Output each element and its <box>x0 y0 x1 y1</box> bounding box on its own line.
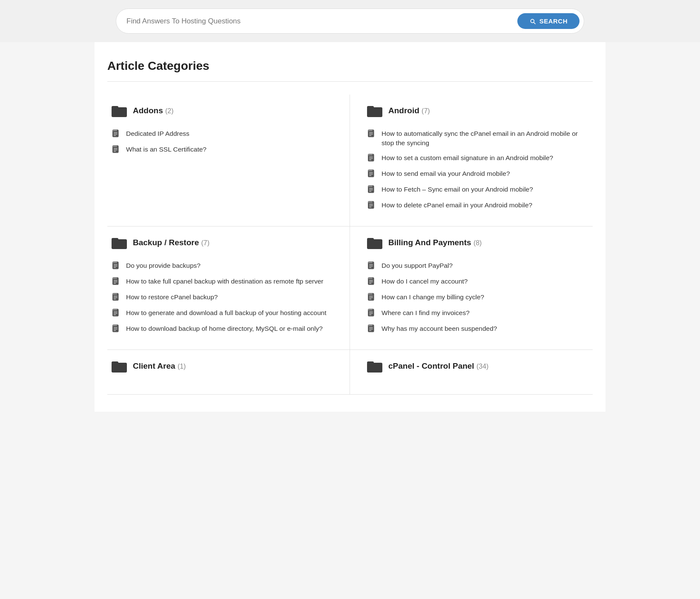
svg-rect-62 <box>113 325 117 326</box>
svg-rect-42 <box>113 262 117 263</box>
article-icon <box>367 201 376 210</box>
category-android: Android (7) How to automatically sync th… <box>350 95 593 226</box>
folder-icon <box>112 358 127 374</box>
list-item: How to send email via your Android mobil… <box>367 166 584 182</box>
article-link[interactable]: How to Fetch – Sync email on your Androi… <box>382 185 533 194</box>
list-item: Dedicated IP Address <box>112 126 333 142</box>
svg-rect-57 <box>113 309 117 310</box>
category-count-billing: (8) <box>473 239 482 246</box>
list-item: How to Fetch – Sync email on your Androi… <box>367 182 584 198</box>
svg-rect-0 <box>112 107 127 117</box>
folder-icon <box>112 235 127 250</box>
category-title-client-area: Client Area (1) <box>133 361 186 371</box>
svg-rect-66 <box>367 239 382 249</box>
svg-rect-15 <box>368 130 373 131</box>
page-title: Article Categories <box>107 59 593 73</box>
svg-rect-95 <box>367 363 382 373</box>
category-title-android: Android (7) <box>388 106 430 115</box>
article-icon <box>112 293 121 302</box>
svg-rect-94 <box>112 361 118 364</box>
category-title-cpanel: cPanel - Control Panel (34) <box>388 361 488 371</box>
section-divider <box>107 81 593 82</box>
svg-rect-40 <box>112 238 118 241</box>
article-icon <box>367 293 376 302</box>
article-link[interactable]: Where can I find my invoices? <box>382 308 470 318</box>
category-title-addons: Addons (2) <box>133 106 174 115</box>
list-item: Why has my account been suspended? <box>367 321 584 337</box>
svg-rect-1 <box>112 106 118 109</box>
folder-icon <box>367 358 382 374</box>
folder-icon <box>367 103 382 118</box>
list-item: Do you provide backups? <box>112 258 333 274</box>
list-item: How to take full cpanel backup with dest… <box>112 274 333 289</box>
svg-rect-93 <box>112 363 127 373</box>
svg-rect-12 <box>367 107 382 117</box>
svg-rect-74 <box>368 278 373 279</box>
article-link[interactable]: How to delete cPanel email in your Andro… <box>382 201 532 210</box>
svg-rect-25 <box>368 170 373 171</box>
article-link[interactable]: What is an SSL Certificate? <box>126 145 207 154</box>
list-item: How to download backup of home directory… <box>112 321 333 337</box>
svg-rect-52 <box>113 293 117 295</box>
article-link[interactable]: Why has my account been suspended? <box>382 324 497 333</box>
article-icon <box>367 324 376 334</box>
list-item: Where can I find my invoices? <box>367 305 584 321</box>
list-item: Do you support PayPal? <box>367 258 584 274</box>
search-button[interactable]: SEARCH <box>517 13 580 29</box>
main-content: Article Categories Addons (2) <box>95 42 605 412</box>
folder-icon <box>112 103 127 118</box>
article-link[interactable]: How do I cancel my account? <box>382 277 468 286</box>
article-icon <box>367 129 376 139</box>
category-count-addons: (2) <box>165 107 174 115</box>
article-list-backup: Do you provide backups? How to take full… <box>112 258 333 337</box>
svg-rect-13 <box>367 106 374 109</box>
article-icon <box>112 277 121 287</box>
list-item: How do I cancel my account? <box>367 274 584 289</box>
article-link[interactable]: Do you provide backups? <box>126 261 201 270</box>
category-header-android: Android (7) <box>367 103 584 118</box>
category-count-backup: (7) <box>201 239 210 246</box>
article-icon <box>367 169 376 179</box>
article-icon <box>367 261 376 271</box>
article-link[interactable]: How to restore cPanel backup? <box>126 292 218 302</box>
search-input[interactable] <box>126 17 517 26</box>
article-list-addons: Dedicated IP Address What is an SSL Cert… <box>112 126 333 158</box>
article-link[interactable]: How to set a custom email signature in a… <box>382 153 553 163</box>
article-link[interactable]: Do you support PayPal? <box>382 261 453 270</box>
article-link[interactable]: How to download backup of home directory… <box>126 324 323 333</box>
svg-rect-89 <box>368 325 373 326</box>
article-icon <box>367 154 376 163</box>
list-item: How to automatically sync the cPanel ema… <box>367 126 584 150</box>
category-client-area: Client Area (1) <box>107 350 350 395</box>
article-link[interactable]: Dedicated IP Address <box>126 129 189 138</box>
categories-grid: Addons (2) Dedicated IP Address <box>107 95 593 395</box>
folder-icon <box>367 235 382 250</box>
category-header-backup: Backup / Restore (7) <box>112 235 333 250</box>
svg-rect-84 <box>368 309 373 310</box>
article-link[interactable]: How to take full cpanel backup with dest… <box>126 277 324 286</box>
svg-rect-67 <box>367 238 374 241</box>
svg-rect-8 <box>113 146 117 147</box>
category-header-billing: Billing And Payments (8) <box>367 235 584 250</box>
list-item: How can I change my billing cycle? <box>367 289 584 305</box>
list-item: How to generate and download a full back… <box>112 305 333 321</box>
svg-rect-39 <box>112 239 127 249</box>
article-icon <box>367 277 376 287</box>
article-icon <box>112 145 121 155</box>
article-link[interactable]: How to automatically sync the cPanel ema… <box>382 129 584 147</box>
category-header-cpanel: cPanel - Control Panel (34) <box>367 358 584 374</box>
list-item: How to set a custom email signature in a… <box>367 150 584 166</box>
list-item: What is an SSL Certificate? <box>112 142 333 158</box>
article-link[interactable]: How can I change my billing cycle? <box>382 292 484 302</box>
svg-rect-69 <box>368 262 373 263</box>
svg-rect-35 <box>368 201 373 203</box>
search-icon <box>529 18 536 25</box>
category-header-addons: Addons (2) <box>112 103 333 118</box>
search-bar: SEARCH <box>116 9 584 34</box>
article-list-billing: Do you support PayPal? How do I cancel m… <box>367 258 584 337</box>
article-link[interactable]: How to generate and download a full back… <box>126 308 326 318</box>
article-icon <box>367 309 376 318</box>
list-item: How to restore cPanel backup? <box>112 289 333 305</box>
article-link[interactable]: How to send email via your Android mobil… <box>382 169 510 178</box>
category-addons: Addons (2) Dedicated IP Address <box>107 95 350 226</box>
